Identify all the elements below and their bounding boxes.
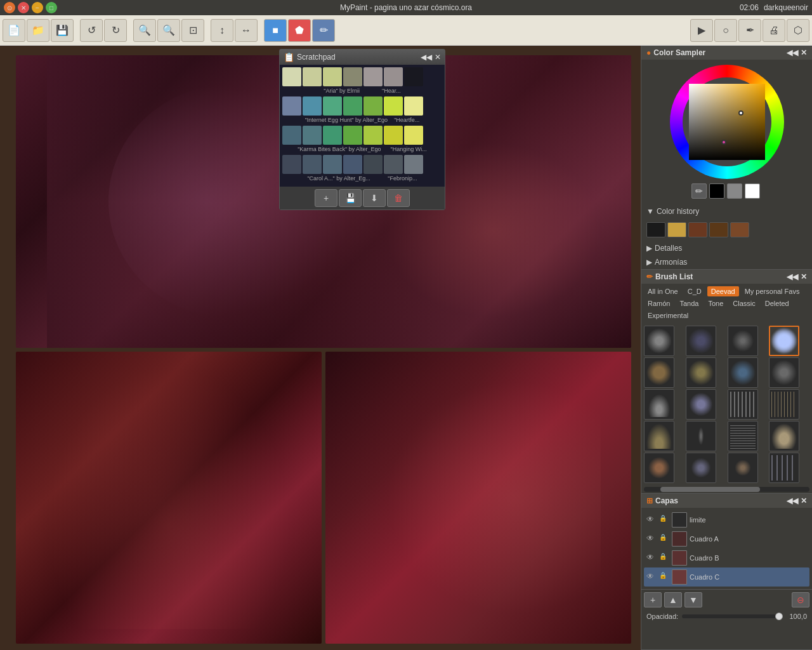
- pen-button[interactable]: ✒: [738, 19, 761, 42]
- brush-item-selected[interactable]: [769, 326, 799, 356]
- brush-item[interactable]: [644, 389, 674, 420]
- scratchpad-close-button[interactable]: ✕: [435, 53, 441, 62]
- history-swatch[interactable]: [709, 222, 728, 237]
- brush-item[interactable]: [686, 357, 716, 388]
- layer-lock-icon[interactable]: 🔒: [659, 515, 669, 525]
- color-wheel[interactable]: [670, 65, 784, 179]
- tag-cd[interactable]: C_D: [684, 286, 705, 296]
- eyedropper-button[interactable]: ✏: [691, 183, 707, 199]
- swatch[interactable]: [404, 155, 423, 174]
- layer-eye-icon[interactable]: 👁: [646, 534, 657, 544]
- history-swatch[interactable]: [646, 222, 665, 237]
- color-gradient-box[interactable]: [689, 84, 765, 160]
- swatch[interactable]: [323, 155, 342, 174]
- zoom-in-button[interactable]: 🔍: [133, 19, 156, 42]
- brush-item[interactable]: [644, 453, 674, 483]
- swatch[interactable]: [363, 155, 383, 174]
- swatch[interactable]: [323, 96, 342, 116]
- color-picker-square[interactable]: [683, 77, 771, 166]
- tag-deleted[interactable]: Deleted: [761, 298, 793, 308]
- swatch[interactable]: [282, 126, 301, 145]
- add-layer-button[interactable]: +: [644, 592, 662, 607]
- brush-list-header[interactable]: ✏ Brush List ◀◀ ✕: [641, 270, 812, 284]
- flip-v-button[interactable]: ↕: [211, 19, 233, 42]
- maximize-window-icon[interactable]: □: [46, 2, 57, 13]
- swatch[interactable]: [282, 67, 301, 86]
- tag-deevad[interactable]: Deevad: [707, 286, 739, 296]
- print-button[interactable]: 🖨: [763, 19, 785, 42]
- brush-pin-icon[interactable]: ◀◀: [787, 272, 798, 281]
- delete-layer-button[interactable]: ⊖: [792, 592, 809, 607]
- swatch[interactable]: [404, 96, 423, 116]
- swatch[interactable]: [363, 126, 383, 145]
- minimize-window-icon[interactable]: −: [32, 2, 43, 13]
- layer-lock-icon[interactable]: 🔒: [659, 572, 669, 582]
- layer-row-limite[interactable]: 👁 🔒 limite: [644, 510, 809, 529]
- brush-item[interactable]: [644, 421, 674, 451]
- layer-eye-icon[interactable]: 👁: [646, 553, 657, 563]
- brush-scrollbar[interactable]: [644, 487, 809, 492]
- color-selector-dot[interactable]: [738, 110, 743, 116]
- swatch[interactable]: [384, 96, 403, 116]
- swatch[interactable]: [343, 126, 362, 145]
- tag-all-in-one[interactable]: All in One: [644, 286, 682, 296]
- swatch[interactable]: [303, 155, 322, 174]
- swatch[interactable]: [282, 155, 301, 174]
- flip-h-button[interactable]: ↔: [235, 19, 258, 42]
- history-swatch[interactable]: [688, 222, 707, 237]
- swatch[interactable]: [343, 155, 362, 174]
- brush-item[interactable]: [686, 326, 716, 356]
- swatch[interactable]: [404, 126, 423, 145]
- brush-item[interactable]: [686, 389, 716, 420]
- brush-item[interactable]: [769, 357, 799, 388]
- open-button[interactable]: 📁: [27, 19, 49, 42]
- brush-item[interactable]: [728, 357, 758, 388]
- play-button[interactable]: ▶: [690, 19, 713, 42]
- swatch[interactable]: [282, 96, 301, 116]
- swatch[interactable]: [303, 126, 322, 145]
- scratchpad-pin-button[interactable]: ◀◀: [421, 53, 432, 62]
- swatch[interactable]: [363, 67, 383, 86]
- brush-scrollbar-thumb[interactable]: [660, 487, 760, 492]
- zoom-out-button[interactable]: 🔍: [157, 19, 180, 42]
- swatch[interactable]: [343, 67, 362, 86]
- layers-close-icon[interactable]: ✕: [801, 496, 807, 505]
- close-icon[interactable]: ✕: [801, 48, 807, 57]
- redo-button[interactable]: ↻: [104, 19, 127, 42]
- layer-eye-icon[interactable]: 👁: [646, 515, 657, 525]
- layer-row-cuadro-c[interactable]: 👁 🔒 Cuadro C: [644, 567, 809, 587]
- swatch[interactable]: [384, 155, 403, 174]
- layer-row-cuadro-a[interactable]: 👁 🔒 Cuadro A: [644, 529, 809, 548]
- swatch[interactable]: [303, 67, 322, 86]
- brush-item[interactable]: [728, 389, 758, 420]
- swatch[interactable]: [343, 96, 362, 116]
- move-layer-up-button[interactable]: ▲: [664, 592, 682, 607]
- color-history-header[interactable]: ▼ Color history: [641, 204, 812, 218]
- armonias-header[interactable]: ▶ Armonías: [641, 255, 812, 269]
- swatch[interactable]: [363, 96, 383, 116]
- swatch[interactable]: [323, 126, 342, 145]
- new-button[interactable]: 📄: [3, 19, 25, 42]
- brush-item[interactable]: [769, 389, 799, 420]
- detalles-header[interactable]: ▶ Detalles: [641, 241, 812, 255]
- brush-item[interactable]: [769, 453, 799, 483]
- pin-icon[interactable]: ◀◀: [787, 48, 798, 57]
- scratchpad-save-button[interactable]: 💾: [339, 189, 362, 207]
- history-swatch[interactable]: [730, 222, 749, 237]
- tag-tanda[interactable]: Tanda: [676, 298, 702, 308]
- move-layer-down-button[interactable]: ▼: [684, 592, 702, 607]
- brush-item[interactable]: [728, 453, 758, 483]
- layer-lock-icon[interactable]: 🔒: [659, 534, 669, 544]
- swatch[interactable]: [384, 67, 403, 86]
- brush-item[interactable]: [644, 357, 674, 388]
- foreground-color[interactable]: [709, 183, 724, 199]
- tag-ramon[interactable]: Ramón: [644, 298, 674, 308]
- save-button[interactable]: 💾: [51, 19, 74, 42]
- layers-pin-icon[interactable]: ◀◀: [787, 496, 798, 505]
- ubuntu-icon[interactable]: ⊙: [4, 2, 15, 13]
- tag-experimental[interactable]: Experimental: [644, 310, 692, 321]
- close-window-icon[interactable]: ✕: [18, 2, 29, 13]
- opacity-slider[interactable]: [682, 614, 783, 618]
- layer-eye-icon[interactable]: 👁: [646, 572, 657, 582]
- brush-item[interactable]: [728, 421, 758, 451]
